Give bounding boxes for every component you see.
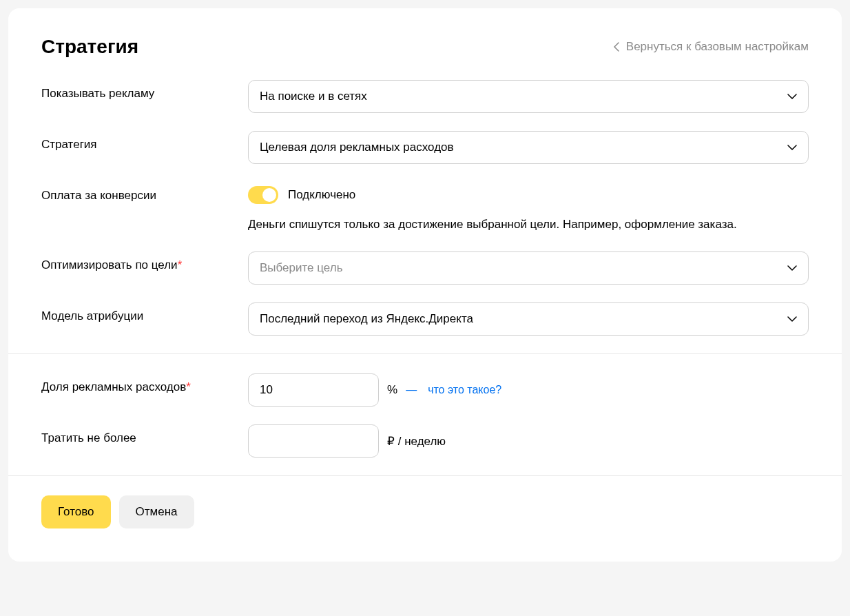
- strategy-label: Стратегия: [41, 131, 248, 152]
- spend-limit-unit: ₽ / неделю: [387, 434, 446, 449]
- cancel-button[interactable]: Отмена: [119, 495, 194, 528]
- ad-share-row: Доля рекламных расходов* % — что это так…: [41, 373, 809, 407]
- pay-conversion-helper: Деньги спишутся только за достижение выб…: [248, 215, 809, 234]
- required-asterisk: *: [178, 258, 183, 271]
- strategy-card: Стратегия Вернуться к базовым настройкам…: [8, 8, 842, 562]
- optimize-goal-select[interactable]: Выберите цель: [248, 251, 809, 285]
- ad-share-label: Доля рекламных расходов*: [41, 373, 248, 394]
- spend-limit-label: Тратить не более: [41, 424, 248, 445]
- attribution-label: Модель атрибуции: [41, 302, 248, 323]
- chevron-down-icon: [787, 145, 797, 150]
- spend-limit-input[interactable]: [248, 424, 379, 458]
- back-link-text: Вернуться к базовым настройкам: [626, 40, 809, 54]
- chevron-left-icon: [614, 42, 619, 52]
- show-ads-select[interactable]: На поиске и в сетях: [248, 80, 809, 113]
- chevron-down-icon: [787, 316, 797, 322]
- strategy-value: Целевая доля рекламных расходов: [260, 141, 454, 154]
- attribution-select[interactable]: Последний переход из Яндекс.Директа: [248, 302, 809, 336]
- optimize-goal-label: Оптимизировать по цели*: [41, 251, 248, 272]
- ad-share-dash: —: [406, 384, 417, 396]
- show-ads-label: Показывать рекламу: [41, 80, 248, 101]
- divider: [8, 475, 842, 476]
- submit-button[interactable]: Готово: [41, 495, 111, 528]
- pay-conversion-toggle[interactable]: [248, 186, 278, 204]
- back-link[interactable]: Вернуться к базовым настройкам: [614, 40, 809, 54]
- button-row: Готово Отмена: [41, 495, 809, 528]
- pay-conversion-label: Оплата за конверсии: [41, 182, 248, 203]
- pay-conversion-row: Оплата за конверсии Подключено Деньги сп…: [41, 182, 809, 234]
- optimize-goal-placeholder: Выберите цель: [260, 261, 343, 275]
- required-asterisk: *: [186, 380, 191, 393]
- ad-share-help-link[interactable]: что это такое?: [428, 384, 501, 396]
- attribution-value: Последний переход из Яндекс.Директа: [260, 312, 473, 326]
- header-row: Стратегия Вернуться к базовым настройкам: [41, 36, 809, 58]
- spend-limit-row: Тратить не более ₽ / неделю: [41, 424, 809, 458]
- optimize-goal-row: Оптимизировать по цели* Выберите цель: [41, 251, 809, 285]
- show-ads-value: На поиске и в сетях: [260, 90, 367, 103]
- strategy-select-row: Стратегия Целевая доля рекламных расходо…: [41, 131, 809, 164]
- show-ads-row: Показывать рекламу На поиске и в сетях: [41, 80, 809, 113]
- chevron-down-icon: [787, 94, 797, 99]
- strategy-select[interactable]: Целевая доля рекламных расходов: [248, 131, 809, 164]
- chevron-down-icon: [787, 265, 797, 271]
- divider: [8, 353, 842, 354]
- pay-conversion-toggle-label: Подключено: [288, 188, 355, 202]
- ad-share-input[interactable]: [248, 373, 379, 407]
- attribution-row: Модель атрибуции Последний переход из Ян…: [41, 302, 809, 336]
- page-title: Стратегия: [41, 36, 138, 58]
- ad-share-unit: %: [387, 383, 397, 397]
